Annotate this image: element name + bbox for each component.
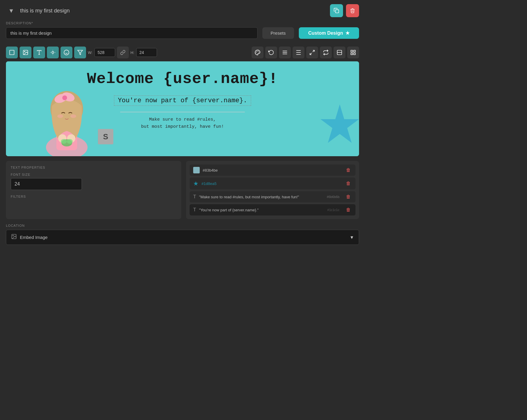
text-properties-label: TEXT PROPERTIES <box>11 166 177 169</box>
svg-rect-1 <box>10 50 14 55</box>
canvas-avatar <box>34 79 99 156</box>
location-chevron-icon: ▼ <box>350 235 354 240</box>
svg-rect-0 <box>336 10 339 13</box>
text-tool-button[interactable] <box>33 47 45 58</box>
location-section: LOCATION Embed Image ▼ <box>0 224 365 251</box>
location-dropdown-left: Embed Image <box>11 234 47 241</box>
svg-point-6 <box>52 52 54 54</box>
distribute-button[interactable] <box>293 47 304 58</box>
location-label: LOCATION <box>6 224 359 227</box>
delete-button[interactable] <box>346 4 359 17</box>
layer-label: "You're now part of {server.name}." <box>199 208 324 212</box>
rotate-button[interactable] <box>265 47 277 58</box>
layer-label: #83b4be <box>203 168 342 173</box>
svg-marker-10 <box>78 50 83 55</box>
list-item[interactable]: T "You're now part of {server.name}." #1… <box>190 204 355 215</box>
toolbar: W: H: <box>0 44 365 61</box>
collapse-button[interactable]: ▼ <box>6 6 17 15</box>
layer-delete-button[interactable]: 🗑 <box>345 194 352 200</box>
layer-color-swatch <box>193 167 200 173</box>
height-label: H: <box>131 50 134 55</box>
layer-delete-button[interactable]: 🗑 <box>345 207 352 213</box>
align-button[interactable] <box>279 47 291 58</box>
svg-rect-27 <box>351 53 353 55</box>
text-properties-panel: TEXT PROPERTIES FONT SIZE FILTERS <box>6 161 181 219</box>
filter-tool-button[interactable] <box>74 47 86 58</box>
description-section: DESCRIPTION* Presets Custom Design ★ <box>0 21 365 44</box>
canvas-inner: Welcome {user.name}! You're now part of … <box>6 61 359 156</box>
svg-rect-28 <box>354 53 355 55</box>
layer-label: "Make sure to read #rules, but most impo… <box>199 195 324 199</box>
svg-point-12 <box>259 52 259 52</box>
bottom-section: TEXT PROPERTIES FONT SIZE FILTERS #83b4b… <box>0 161 365 224</box>
star-icon: ★ <box>345 30 350 36</box>
filters-label: FILTERS <box>11 195 177 198</box>
layer-delete-button[interactable]: 🗑 <box>345 180 352 187</box>
height-input[interactable] <box>136 48 157 57</box>
right-tools <box>252 47 359 58</box>
layer-label: #1d8ea5 <box>201 181 342 186</box>
svg-point-38 <box>70 114 76 118</box>
height-group: H: <box>131 48 157 57</box>
embed-icon <box>11 234 17 241</box>
grid-button[interactable] <box>347 47 359 58</box>
flip-v-button[interactable] <box>334 47 345 58</box>
top-bar: ▼ this is my first design <box>0 0 365 21</box>
svg-point-43 <box>67 139 73 144</box>
canvas-area[interactable]: Welcome {user.name}! You're now part of … <box>6 61 359 156</box>
layer-color-code: #1c1c1c <box>327 208 339 212</box>
svg-rect-25 <box>351 50 353 52</box>
canvas-subtitle: You're now part of {server.name}. <box>114 95 251 106</box>
svg-rect-26 <box>354 50 355 52</box>
svg-point-3 <box>24 51 25 52</box>
width-group: W: <box>88 48 115 57</box>
emoji-tool-button[interactable] <box>61 47 72 58</box>
location-dropdown[interactable]: Embed Image ▼ <box>6 230 359 245</box>
font-size-label: FONT SIZE <box>11 173 177 176</box>
canvas-s-badge: S <box>98 129 113 144</box>
list-item[interactable]: ★ #1d8ea5 🗑 <box>190 178 355 189</box>
scale-button[interactable] <box>306 47 318 58</box>
svg-point-45 <box>13 235 14 236</box>
svg-point-14 <box>256 52 256 53</box>
shape-tool-button[interactable] <box>47 47 59 58</box>
location-value: Embed Image <box>20 235 47 240</box>
layer-delete-button[interactable]: 🗑 <box>345 167 352 173</box>
presets-button[interactable]: Presets <box>262 27 294 39</box>
custom-design-label: Custom Design <box>308 31 343 36</box>
svg-line-22 <box>310 53 312 55</box>
top-bar-right <box>330 4 359 17</box>
svg-point-42 <box>61 139 67 144</box>
image-tool-button[interactable] <box>20 47 31 58</box>
list-item[interactable]: #83b4be 🗑 <box>190 165 355 176</box>
design-title: this is my first design <box>20 8 70 14</box>
link-dimensions-button[interactable] <box>117 47 129 58</box>
custom-design-button[interactable]: Custom Design ★ <box>299 27 359 39</box>
svg-line-21 <box>313 50 315 52</box>
layers-panel: #83b4be 🗑 ★ #1d8ea5 🗑 T "Make sure to re… <box>186 161 359 219</box>
flip-h-button[interactable] <box>320 47 332 58</box>
top-bar-left: ▼ this is my first design <box>6 6 70 15</box>
duplicate-button[interactable] <box>330 4 343 17</box>
description-input[interactable] <box>6 27 258 39</box>
layer-star-icon: ★ <box>193 180 199 187</box>
crop-tool-button[interactable] <box>6 47 18 58</box>
description-label: DESCRIPTION* <box>6 21 359 25</box>
font-size-input[interactable] <box>11 178 82 190</box>
layer-text-icon: T <box>193 194 196 199</box>
svg-point-11 <box>258 51 258 51</box>
layer-color-code: #6b6b6b <box>327 195 339 199</box>
width-input[interactable] <box>94 48 115 57</box>
svg-point-7 <box>64 50 69 55</box>
svg-point-37 <box>57 114 63 118</box>
svg-point-13 <box>257 51 257 52</box>
canvas-divider <box>120 112 245 112</box>
description-row: Presets Custom Design ★ <box>6 27 359 39</box>
layer-text-icon: T <box>193 207 196 213</box>
svg-point-36 <box>62 95 67 100</box>
list-item[interactable]: T "Make sure to read #rules, but most im… <box>190 191 355 202</box>
color-picker-button[interactable] <box>252 47 264 58</box>
width-label: W: <box>88 50 93 55</box>
